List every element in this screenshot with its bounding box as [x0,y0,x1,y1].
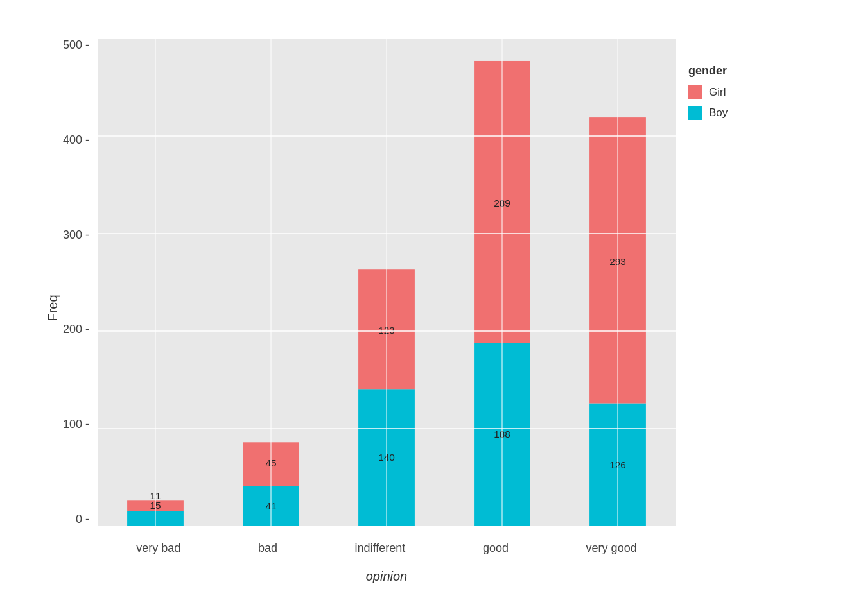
x-label-very-bad: very bad [136,542,180,555]
y-axis-labels: 500 - 400 - 300 - 200 - 100 - 0 - [46,38,94,526]
chart-wrapper: Freq 500 - 400 - 300 - 200 - 100 - 0 - [46,26,817,590]
label-very-good-boy: 126 [609,461,626,470]
bars-svg: 15 11 41 45 140 123 188 289 [98,38,676,526]
x-label-bad: bad [258,542,277,555]
label-very-good-girl: 293 [609,257,626,267]
legend-label-boy: Boy [709,107,728,119]
legend-item-boy: Boy [688,106,804,120]
legend-swatch-girl [688,85,702,99]
y-label-200: 200 - [63,323,89,336]
legend-label-girl: Girl [709,86,726,99]
y-label-400: 400 - [63,133,89,147]
label-good-girl: 289 [494,199,510,209]
legend-title: gender [688,64,804,78]
y-label-100: 100 - [63,418,89,431]
x-label-indifferent: indifferent [355,542,406,555]
label-good-boy: 188 [494,430,510,440]
label-indifferent-boy: 140 [378,453,395,463]
label-bad-boy: 41 [265,502,276,511]
chart-plot-area: 15 11 41 45 140 123 188 289 [98,38,676,526]
y-label-300: 300 - [63,228,89,242]
label-very-bad-boy: 15 [150,501,161,511]
bar-very-bad-boy [127,511,184,526]
chart-container: Freq 500 - 400 - 300 - 200 - 100 - 0 - [0,0,863,616]
label-very-bad-girl: 11 [150,492,161,501]
y-label-500: 500 - [63,38,89,52]
x-label-good: good [483,542,509,555]
x-axis-title: opinion [98,569,676,584]
legend-item-girl: Girl [688,85,804,99]
x-axis-labels: very bad bad indifferent good very good [98,542,676,555]
legend-swatch-boy [688,106,702,120]
y-label-0: 0 - [76,513,89,526]
label-indifferent-girl: 123 [378,326,395,336]
legend: gender Girl Boy [688,64,804,126]
label-bad-girl: 45 [265,459,276,468]
x-label-very-good: very good [586,542,637,555]
